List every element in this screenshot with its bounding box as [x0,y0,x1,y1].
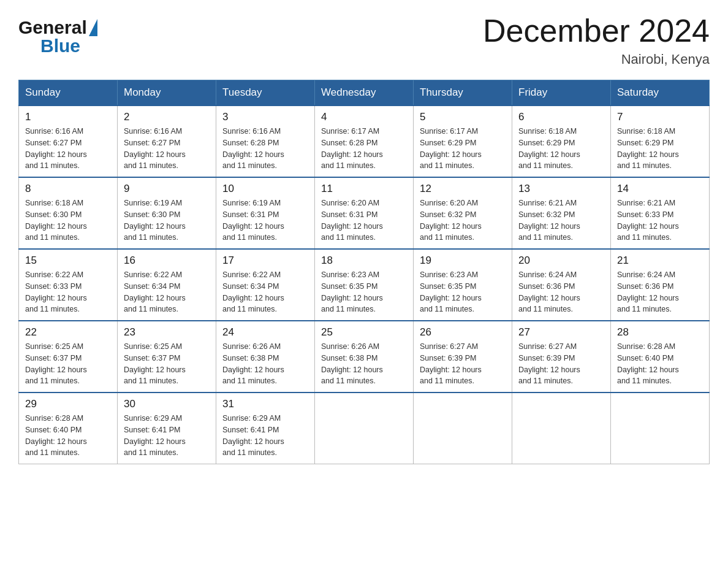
calendar-cell: 25Sunrise: 6:26 AMSunset: 6:38 PMDayligh… [315,321,414,393]
location: Nairobi, Kenya [483,52,710,67]
day-info: Sunrise: 6:23 AMSunset: 6:35 PMDaylight:… [321,269,407,315]
calendar-cell [611,393,710,464]
calendar-cell: 14Sunrise: 6:21 AMSunset: 6:33 PMDayligh… [611,177,710,249]
calendar-cell: 21Sunrise: 6:24 AMSunset: 6:36 PMDayligh… [611,249,710,321]
logo-blue-text: Blue [40,37,80,55]
day-info: Sunrise: 6:29 AMSunset: 6:41 PMDaylight:… [124,413,210,459]
day-number: 28 [617,326,703,339]
day-number: 24 [222,326,308,339]
day-number: 11 [321,183,407,195]
day-info: Sunrise: 6:18 AMSunset: 6:30 PMDaylight:… [25,197,111,243]
day-number: 29 [25,398,111,410]
logo-general-text: General [18,18,87,37]
week-row-2: 8Sunrise: 6:18 AMSunset: 6:30 PMDaylight… [19,177,710,249]
calendar-cell: 29Sunrise: 6:28 AMSunset: 6:40 PMDayligh… [19,393,118,464]
week-row-1: 1Sunrise: 6:16 AMSunset: 6:27 PMDaylight… [19,105,710,177]
day-info: Sunrise: 6:26 AMSunset: 6:38 PMDaylight:… [321,341,407,387]
week-row-5: 29Sunrise: 6:28 AMSunset: 6:40 PMDayligh… [19,393,710,464]
calendar-cell: 31Sunrise: 6:29 AMSunset: 6:41 PMDayligh… [216,393,315,464]
day-info: Sunrise: 6:17 AMSunset: 6:28 PMDaylight:… [321,126,407,172]
day-number: 16 [124,255,210,267]
calendar-cell: 4Sunrise: 6:17 AMSunset: 6:28 PMDaylight… [315,105,414,177]
day-info: Sunrise: 6:20 AMSunset: 6:32 PMDaylight:… [420,197,506,243]
day-number: 8 [25,183,111,195]
calendar-cell: 18Sunrise: 6:23 AMSunset: 6:35 PMDayligh… [315,249,414,321]
day-info: Sunrise: 6:22 AMSunset: 6:34 PMDaylight:… [222,269,308,315]
calendar-cell: 3Sunrise: 6:16 AMSunset: 6:28 PMDaylight… [216,105,315,177]
calendar-cell: 24Sunrise: 6:26 AMSunset: 6:38 PMDayligh… [216,321,315,393]
day-info: Sunrise: 6:21 AMSunset: 6:33 PMDaylight:… [617,197,703,243]
day-info: Sunrise: 6:26 AMSunset: 6:38 PMDaylight:… [222,341,308,387]
day-number: 20 [518,255,604,267]
col-header-saturday: Saturday [611,80,710,106]
day-number: 2 [124,111,210,123]
day-info: Sunrise: 6:17 AMSunset: 6:29 PMDaylight:… [420,126,506,172]
col-header-wednesday: Wednesday [315,80,414,106]
day-number: 22 [25,326,111,339]
logo: General Blue [18,12,97,55]
day-info: Sunrise: 6:22 AMSunset: 6:33 PMDaylight:… [25,269,111,315]
calendar-cell: 23Sunrise: 6:25 AMSunset: 6:37 PMDayligh… [118,321,216,393]
calendar-cell: 13Sunrise: 6:21 AMSunset: 6:32 PMDayligh… [512,177,611,249]
col-header-friday: Friday [512,80,611,106]
col-header-tuesday: Tuesday [216,80,315,106]
day-info: Sunrise: 6:23 AMSunset: 6:35 PMDaylight:… [420,269,506,315]
calendar-cell: 22Sunrise: 6:25 AMSunset: 6:37 PMDayligh… [19,321,118,393]
day-number: 5 [420,111,506,123]
calendar-cell: 6Sunrise: 6:18 AMSunset: 6:29 PMDaylight… [512,105,611,177]
calendar-cell: 20Sunrise: 6:24 AMSunset: 6:36 PMDayligh… [512,249,611,321]
calendar-cell [512,393,611,464]
day-number: 27 [518,326,604,339]
calendar-cell: 5Sunrise: 6:17 AMSunset: 6:29 PMDaylight… [414,105,512,177]
day-info: Sunrise: 6:16 AMSunset: 6:28 PMDaylight:… [222,126,308,172]
day-number: 10 [222,183,308,195]
header-row: SundayMondayTuesdayWednesdayThursdayFrid… [19,80,710,106]
day-number: 6 [518,111,604,123]
calendar-table: SundayMondayTuesdayWednesdayThursdayFrid… [18,80,710,464]
day-info: Sunrise: 6:29 AMSunset: 6:41 PMDaylight:… [222,413,308,459]
day-info: Sunrise: 6:25 AMSunset: 6:37 PMDaylight:… [25,341,111,387]
calendar-cell [414,393,512,464]
day-info: Sunrise: 6:21 AMSunset: 6:32 PMDaylight:… [518,197,604,243]
calendar-cell: 16Sunrise: 6:22 AMSunset: 6:34 PMDayligh… [118,249,216,321]
day-number: 14 [617,183,703,195]
week-row-4: 22Sunrise: 6:25 AMSunset: 6:37 PMDayligh… [19,321,710,393]
day-info: Sunrise: 6:28 AMSunset: 6:40 PMDaylight:… [25,413,111,459]
day-number: 19 [420,255,506,267]
calendar-cell: 28Sunrise: 6:28 AMSunset: 6:40 PMDayligh… [611,321,710,393]
logo-line1: General [18,18,97,37]
day-number: 26 [420,326,506,339]
day-number: 23 [124,326,210,339]
week-row-3: 15Sunrise: 6:22 AMSunset: 6:33 PMDayligh… [19,249,710,321]
col-header-monday: Monday [118,80,216,106]
calendar-cell: 7Sunrise: 6:18 AMSunset: 6:29 PMDaylight… [611,105,710,177]
logo-triangle-icon [89,19,97,36]
calendar-cell: 1Sunrise: 6:16 AMSunset: 6:27 PMDaylight… [19,105,118,177]
day-number: 18 [321,255,407,267]
day-info: Sunrise: 6:16 AMSunset: 6:27 PMDaylight:… [25,126,111,172]
day-info: Sunrise: 6:25 AMSunset: 6:37 PMDaylight:… [124,341,210,387]
calendar-cell: 8Sunrise: 6:18 AMSunset: 6:30 PMDaylight… [19,177,118,249]
calendar-cell: 15Sunrise: 6:22 AMSunset: 6:33 PMDayligh… [19,249,118,321]
col-header-thursday: Thursday [414,80,512,106]
day-info: Sunrise: 6:19 AMSunset: 6:30 PMDaylight:… [124,197,210,243]
day-number: 12 [420,183,506,195]
day-number: 17 [222,255,308,267]
day-info: Sunrise: 6:27 AMSunset: 6:39 PMDaylight:… [518,341,604,387]
day-number: 15 [25,255,111,267]
day-info: Sunrise: 6:20 AMSunset: 6:31 PMDaylight:… [321,197,407,243]
calendar-cell: 10Sunrise: 6:19 AMSunset: 6:31 PMDayligh… [216,177,315,249]
day-number: 21 [617,255,703,267]
calendar-cell: 19Sunrise: 6:23 AMSunset: 6:35 PMDayligh… [414,249,512,321]
day-number: 1 [25,111,111,123]
day-number: 9 [124,183,210,195]
calendar-cell: 17Sunrise: 6:22 AMSunset: 6:34 PMDayligh… [216,249,315,321]
day-number: 13 [518,183,604,195]
calendar-cell: 26Sunrise: 6:27 AMSunset: 6:39 PMDayligh… [414,321,512,393]
day-info: Sunrise: 6:18 AMSunset: 6:29 PMDaylight:… [617,126,703,172]
calendar-cell: 12Sunrise: 6:20 AMSunset: 6:32 PMDayligh… [414,177,512,249]
day-info: Sunrise: 6:22 AMSunset: 6:34 PMDaylight:… [124,269,210,315]
calendar-cell: 9Sunrise: 6:19 AMSunset: 6:30 PMDaylight… [118,177,216,249]
day-number: 4 [321,111,407,123]
day-info: Sunrise: 6:16 AMSunset: 6:27 PMDaylight:… [124,126,210,172]
